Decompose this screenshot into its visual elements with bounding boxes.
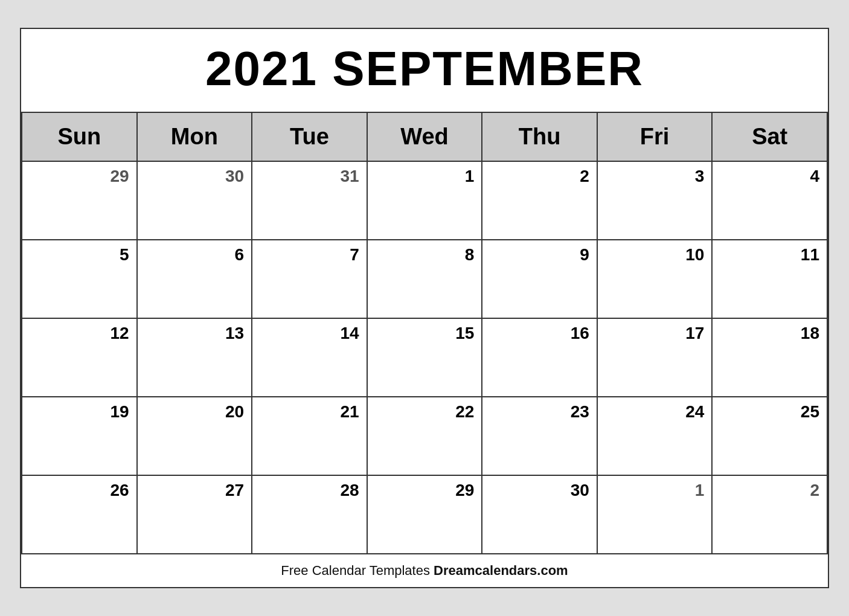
day-number: 12	[110, 324, 129, 343]
day-cell: 13	[138, 319, 253, 397]
day-cell: 18	[713, 319, 828, 397]
day-number: 8	[465, 245, 475, 265]
day-number: 25	[801, 402, 819, 422]
day-cell: 1	[368, 162, 483, 240]
day-cell: 31	[252, 162, 368, 240]
day-number: 6	[235, 245, 245, 265]
calendar-grid: SunMonTueWedThuFriSat2930311234567891011…	[21, 113, 828, 554]
day-number: 18	[801, 324, 819, 343]
day-number: 30	[571, 481, 589, 500]
day-number: 10	[685, 245, 704, 265]
day-cell: 24	[598, 397, 713, 476]
day-header-fri: Fri	[598, 113, 713, 162]
footer-bold-text: Dreamcalendars.com	[434, 563, 568, 578]
day-cell: 3	[598, 162, 713, 240]
day-header-thu: Thu	[482, 113, 598, 162]
day-number: 7	[350, 245, 359, 265]
day-header-wed: Wed	[368, 113, 483, 162]
day-cell: 26	[22, 476, 138, 554]
day-cell: 23	[482, 397, 598, 476]
day-cell: 15	[368, 319, 483, 397]
day-number: 14	[341, 324, 359, 343]
day-cell: 7	[252, 240, 368, 319]
day-number: 29	[455, 481, 474, 500]
day-number: 21	[341, 402, 359, 422]
day-number: 27	[225, 481, 244, 500]
day-header-sun: Sun	[22, 113, 138, 162]
day-number: 3	[695, 167, 705, 186]
footer-normal-text: Free Calendar Templates	[281, 563, 434, 578]
day-number: 2	[810, 481, 819, 500]
day-cell: 10	[598, 240, 713, 319]
day-cell: 17	[598, 319, 713, 397]
day-cell: 21	[252, 397, 368, 476]
day-number: 11	[801, 245, 819, 265]
day-cell: 30	[138, 162, 253, 240]
day-number: 20	[225, 402, 244, 422]
day-number: 26	[110, 481, 129, 500]
day-header-mon: Mon	[138, 113, 253, 162]
day-number: 19	[110, 402, 129, 422]
day-cell: 30	[482, 476, 598, 554]
day-cell: 20	[138, 397, 253, 476]
day-cell: 5	[22, 240, 138, 319]
day-cell: 11	[713, 240, 828, 319]
day-number: 16	[571, 324, 589, 343]
day-number: 9	[580, 245, 589, 265]
day-cell: 16	[482, 319, 598, 397]
day-number: 17	[685, 324, 704, 343]
calendar-footer: Free Calendar Templates Dreamcalendars.c…	[21, 554, 828, 587]
day-number: 1	[695, 481, 705, 500]
day-cell: 25	[713, 397, 828, 476]
day-number: 1	[465, 167, 475, 186]
day-number: 23	[571, 402, 589, 422]
day-number: 15	[455, 324, 474, 343]
day-cell: 29	[22, 162, 138, 240]
day-cell: 29	[368, 476, 483, 554]
day-cell: 12	[22, 319, 138, 397]
day-cell: 8	[368, 240, 483, 319]
day-number: 4	[810, 167, 819, 186]
day-cell: 14	[252, 319, 368, 397]
day-number: 31	[341, 167, 359, 186]
day-cell: 27	[138, 476, 253, 554]
day-cell: 4	[713, 162, 828, 240]
day-number: 24	[685, 402, 704, 422]
day-number: 2	[580, 167, 589, 186]
calendar-container: 2021 SEPTEMBER SunMonTueWedThuFriSat2930…	[20, 28, 829, 588]
day-cell: 1	[598, 476, 713, 554]
day-number: 13	[225, 324, 244, 343]
day-number: 28	[341, 481, 359, 500]
calendar-title: 2021 SEPTEMBER	[21, 29, 828, 113]
day-header-sat: Sat	[713, 113, 828, 162]
day-cell: 28	[252, 476, 368, 554]
day-cell: 9	[482, 240, 598, 319]
day-cell: 2	[482, 162, 598, 240]
day-number: 5	[120, 245, 129, 265]
day-cell: 19	[22, 397, 138, 476]
day-cell: 2	[713, 476, 828, 554]
day-number: 29	[110, 167, 129, 186]
day-header-tue: Tue	[252, 113, 368, 162]
day-number: 22	[455, 402, 474, 422]
day-cell: 22	[368, 397, 483, 476]
day-number: 30	[225, 167, 244, 186]
day-cell: 6	[138, 240, 253, 319]
